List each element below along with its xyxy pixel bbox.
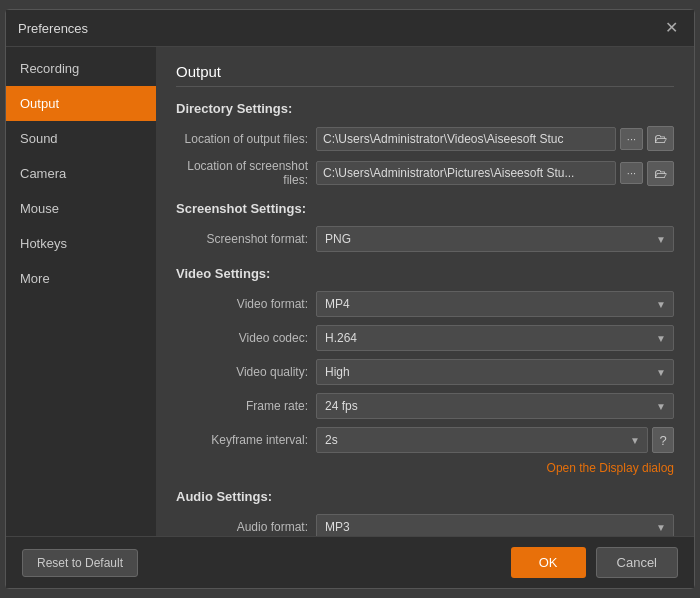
video-format-select-wrap: MP4WMVMOVF4VTSWebMGIF ▼ xyxy=(316,291,674,317)
audio-format-control: MP3AACWMAFLACWAVOGG ▼ xyxy=(316,514,674,536)
frame-rate-select[interactable]: 24 fps25 fps30 fps60 fps xyxy=(316,393,674,419)
audio-format-label: Audio format: xyxy=(176,520,316,534)
output-path-display: C:\Users\Administrator\Videos\Aiseesoft … xyxy=(316,127,616,151)
keyframe-interval-select[interactable]: 2s4s6s8s xyxy=(316,427,648,453)
screenshot-settings-title: Screenshot Settings: xyxy=(176,201,674,216)
video-codec-control: H.264H.265MPEG-4 ▼ xyxy=(316,325,674,351)
audio-format-select[interactable]: MP3AACWMAFLACWAVOGG xyxy=(316,514,674,536)
main-content: Recording Output Sound Camera Mouse Hotk… xyxy=(6,47,694,536)
screenshot-format-select-wrap: PNG JPG BMP ▼ xyxy=(316,226,674,252)
sidebar: Recording Output Sound Camera Mouse Hotk… xyxy=(6,47,156,536)
sidebar-item-output[interactable]: Output xyxy=(6,86,156,121)
screenshot-format-row: Screenshot format: PNG JPG BMP ▼ xyxy=(176,226,674,252)
screenshot-files-control: C:\Users\Administrator\Pictures\Aiseesof… xyxy=(316,161,674,186)
footer-right: OK Cancel xyxy=(511,547,678,578)
video-codec-select-wrap: H.264H.265MPEG-4 ▼ xyxy=(316,325,674,351)
video-codec-select[interactable]: H.264H.265MPEG-4 xyxy=(316,325,674,351)
frame-rate-select-wrap: 24 fps25 fps30 fps60 fps ▼ xyxy=(316,393,674,419)
sidebar-item-more[interactable]: More xyxy=(6,261,156,296)
directory-settings-title: Directory Settings: xyxy=(176,101,674,116)
dialog-title: Preferences xyxy=(18,21,88,36)
video-format-select[interactable]: MP4WMVMOVF4VTSWebMGIF xyxy=(316,291,674,317)
keyframe-help-button[interactable]: ? xyxy=(652,427,674,453)
frame-rate-row: Frame rate: 24 fps25 fps30 fps60 fps ▼ xyxy=(176,393,674,419)
screenshot-path-display: C:\Users\Administrator\Pictures\Aiseesof… xyxy=(316,161,616,185)
screenshot-folder-button[interactable]: 🗁 xyxy=(647,161,674,186)
preferences-dialog: Preferences ✕ Recording Output Sound Cam… xyxy=(5,9,695,589)
audio-format-row: Audio format: MP3AACWMAFLACWAVOGG ▼ xyxy=(176,514,674,536)
keyframe-interval-control: 2s4s6s8s ▼ ? xyxy=(316,427,674,453)
frame-rate-control: 24 fps25 fps30 fps60 fps ▼ xyxy=(316,393,674,419)
cancel-button[interactable]: Cancel xyxy=(596,547,678,578)
reset-button[interactable]: Reset to Default xyxy=(22,549,138,577)
content-area: Output Directory Settings: Location of o… xyxy=(156,47,694,536)
sidebar-item-hotkeys[interactable]: Hotkeys xyxy=(6,226,156,261)
video-format-label: Video format: xyxy=(176,297,316,311)
close-button[interactable]: ✕ xyxy=(661,18,682,38)
page-title: Output xyxy=(176,63,674,87)
sidebar-item-camera[interactable]: Camera xyxy=(6,156,156,191)
screenshot-format-label: Screenshot format: xyxy=(176,232,316,246)
output-files-row: Location of output files: C:\Users\Admin… xyxy=(176,126,674,151)
screenshot-files-label: Location of screenshot files: xyxy=(176,159,316,187)
ok-button[interactable]: OK xyxy=(511,547,586,578)
output-files-label: Location of output files: xyxy=(176,132,316,146)
video-quality-control: HighMediumLowCustom ▼ xyxy=(316,359,674,385)
screenshot-dots-button[interactable]: ··· xyxy=(620,162,643,184)
output-folder-button[interactable]: 🗁 xyxy=(647,126,674,151)
video-format-control: MP4WMVMOVF4VTSWebMGIF ▼ xyxy=(316,291,674,317)
screenshot-files-row: Location of screenshot files: C:\Users\A… xyxy=(176,159,674,187)
video-quality-row: Video quality: HighMediumLowCustom ▼ xyxy=(176,359,674,385)
keyframe-interval-select-wrap: 2s4s6s8s ▼ xyxy=(316,427,648,453)
display-dialog-link[interactable]: Open the Display dialog xyxy=(176,461,674,475)
video-quality-select[interactable]: HighMediumLowCustom xyxy=(316,359,674,385)
video-settings-title: Video Settings: xyxy=(176,266,674,281)
frame-rate-label: Frame rate: xyxy=(176,399,316,413)
video-quality-label: Video quality: xyxy=(176,365,316,379)
video-format-row: Video format: MP4WMVMOVF4VTSWebMGIF ▼ xyxy=(176,291,674,317)
screenshot-format-control: PNG JPG BMP ▼ xyxy=(316,226,674,252)
keyframe-interval-label: Keyframe interval: xyxy=(176,433,316,447)
sidebar-item-recording[interactable]: Recording xyxy=(6,51,156,86)
output-dots-button[interactable]: ··· xyxy=(620,128,643,150)
title-bar: Preferences ✕ xyxy=(6,10,694,47)
sidebar-item-sound[interactable]: Sound xyxy=(6,121,156,156)
audio-format-select-wrap: MP3AACWMAFLACWAVOGG ▼ xyxy=(316,514,674,536)
footer: Reset to Default OK Cancel xyxy=(6,536,694,588)
video-codec-label: Video codec: xyxy=(176,331,316,345)
video-codec-row: Video codec: H.264H.265MPEG-4 ▼ xyxy=(176,325,674,351)
keyframe-interval-row: Keyframe interval: 2s4s6s8s ▼ ? xyxy=(176,427,674,453)
output-files-control: C:\Users\Administrator\Videos\Aiseesoft … xyxy=(316,126,674,151)
sidebar-item-mouse[interactable]: Mouse xyxy=(6,191,156,226)
audio-settings-title: Audio Settings: xyxy=(176,489,674,504)
video-quality-select-wrap: HighMediumLowCustom ▼ xyxy=(316,359,674,385)
screenshot-format-select[interactable]: PNG JPG BMP xyxy=(316,226,674,252)
